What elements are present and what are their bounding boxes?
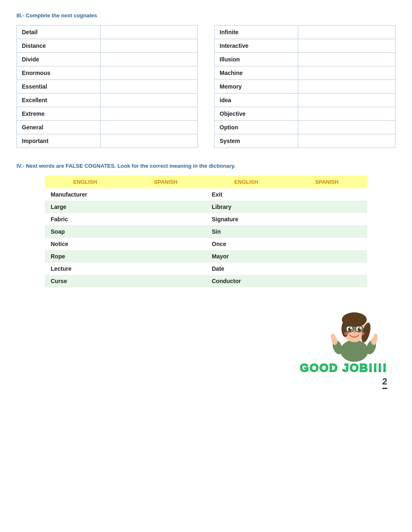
cognate-answer[interactable] xyxy=(100,26,197,39)
cognate-answer[interactable] xyxy=(298,26,395,39)
english-cell: Once xyxy=(206,238,287,250)
cognate-answer[interactable] xyxy=(298,134,395,148)
cognate-answer[interactable] xyxy=(298,121,395,134)
cognate-word: Extreme xyxy=(17,107,101,121)
english-cell: Curse xyxy=(45,275,126,287)
table-row: Extreme xyxy=(17,107,198,121)
cognate-word: General xyxy=(17,121,101,134)
table-row: Distance xyxy=(17,39,198,53)
table-row: Illusion xyxy=(215,53,396,66)
spanish-cell[interactable] xyxy=(126,225,206,238)
english-cell: Conductor xyxy=(206,275,287,287)
page-number: 2 xyxy=(382,376,387,389)
table-row: Machine xyxy=(215,66,396,80)
table-row: NoticeOnce xyxy=(45,238,367,250)
spanish-cell[interactable] xyxy=(287,275,368,287)
cognate-word: Important xyxy=(17,134,101,148)
spanish-cell[interactable] xyxy=(126,275,206,287)
table-row: idea xyxy=(215,94,396,107)
cognate-answer[interactable] xyxy=(100,80,197,94)
svg-point-11 xyxy=(359,328,361,329)
header-sp1: SPANISH xyxy=(126,176,206,188)
cognate-word: idea xyxy=(215,94,298,107)
section-4: IV.- Next words are FALSE COGNATES. Look… xyxy=(16,163,396,287)
english-cell: Large xyxy=(45,201,126,213)
english-cell: Exit xyxy=(206,188,287,201)
cognate-answer[interactable] xyxy=(100,53,197,66)
cognate-word: Machine xyxy=(215,66,298,80)
spanish-cell[interactable] xyxy=(126,201,206,213)
cognate-word: Distance xyxy=(17,39,101,53)
svg-point-8 xyxy=(348,328,352,331)
false-cognates-table: ENGLISH SPANISH ENGLISH SPANISH Manufact… xyxy=(45,176,367,287)
cognate-answer[interactable] xyxy=(100,66,197,80)
table-row: CurseConductor xyxy=(45,275,367,287)
table-row: Memory xyxy=(215,80,396,94)
cognate-answer[interactable] xyxy=(298,53,395,66)
table-row: LectureDate xyxy=(45,262,367,275)
table-row: LargeLibrary xyxy=(45,201,367,213)
english-cell: Sin xyxy=(206,225,287,238)
cognate-answer[interactable] xyxy=(298,80,395,94)
spanish-cell[interactable] xyxy=(287,225,368,238)
header-sp2: SPANISH xyxy=(287,176,368,188)
svg-point-18 xyxy=(344,332,350,335)
cognate-answer[interactable] xyxy=(100,94,197,107)
header-eng1: ENGLISH xyxy=(45,176,126,188)
english-cell: Date xyxy=(206,262,287,275)
cognate-word: Excellent xyxy=(17,94,101,107)
cognate-word: Interactive xyxy=(215,39,298,53)
table-row: Important xyxy=(17,134,198,148)
english-cell: Notice xyxy=(45,238,126,250)
spanish-cell[interactable] xyxy=(287,250,368,262)
english-cell: Library xyxy=(206,201,287,213)
spanish-cell[interactable] xyxy=(126,213,206,225)
svg-point-25 xyxy=(373,334,378,340)
table-row: Essential xyxy=(17,80,198,94)
cognate-answer[interactable] xyxy=(298,94,395,107)
svg-point-0 xyxy=(340,340,368,362)
table-row: Interactive xyxy=(215,39,396,53)
spanish-cell[interactable] xyxy=(287,262,368,275)
table-row: Divide xyxy=(17,53,198,66)
english-cell: Signature xyxy=(206,213,287,225)
table-row: System xyxy=(215,134,396,148)
english-cell: Soap xyxy=(45,225,126,238)
table-row: Objective xyxy=(215,107,396,121)
spanish-cell[interactable] xyxy=(126,188,206,201)
spanish-cell[interactable] xyxy=(126,238,206,250)
cognate-answer[interactable] xyxy=(100,107,197,121)
cognate-word: Memory xyxy=(215,80,298,94)
cognates-container: DetailDistanceDivideEnormousEssentialExc… xyxy=(16,25,396,148)
header-eng2: ENGLISH xyxy=(206,176,287,188)
section-4-title: IV.- Next words are FALSE COGNATES. Look… xyxy=(16,163,396,169)
cognate-word: Divide xyxy=(17,53,101,66)
spanish-cell[interactable] xyxy=(287,188,368,201)
cognate-answer[interactable] xyxy=(100,121,197,134)
cognates-right-table: InfiniteInteractiveIllusionMachineMemory… xyxy=(214,25,396,148)
svg-point-9 xyxy=(358,328,361,331)
cognate-answer[interactable] xyxy=(100,39,197,53)
spanish-cell[interactable] xyxy=(287,201,368,213)
spanish-cell[interactable] xyxy=(287,238,368,250)
cognate-word: Option xyxy=(215,121,298,134)
english-cell: Fabric xyxy=(45,213,126,225)
cognate-answer[interactable] xyxy=(298,66,395,80)
svg-point-22 xyxy=(331,334,335,340)
table-row: Enormous xyxy=(17,66,198,80)
english-cell: Manufacturer xyxy=(45,188,126,201)
cognate-answer[interactable] xyxy=(298,107,395,121)
cognate-answer[interactable] xyxy=(298,39,395,53)
spanish-cell[interactable] xyxy=(126,262,206,275)
cognate-answer[interactable] xyxy=(100,134,197,148)
table-row: ManufacturerExit xyxy=(45,188,367,201)
table-header-row: ENGLISH SPANISH ENGLISH SPANISH xyxy=(45,176,367,188)
table-row: Detail xyxy=(17,26,198,39)
english-cell: Rope xyxy=(45,250,126,262)
spanish-cell[interactable] xyxy=(126,250,206,262)
table-row: SoapSin xyxy=(45,225,367,238)
section-3-title: III.- Complete the next cognates xyxy=(16,12,396,19)
table-row: Infinite xyxy=(215,26,396,39)
spanish-cell[interactable] xyxy=(287,213,368,225)
table-row: Option xyxy=(215,121,396,134)
